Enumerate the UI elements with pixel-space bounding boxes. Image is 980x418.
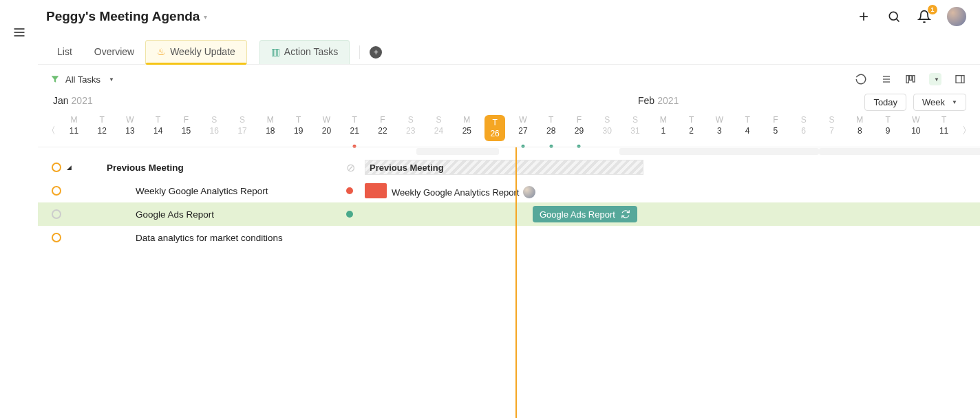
day-cell[interactable]: M18: [256, 115, 284, 147]
clock-icon: [52, 186, 61, 196]
status-dot-red[interactable]: [346, 187, 353, 194]
day-cell[interactable]: M1: [649, 115, 677, 147]
collapse-toggle[interactable]: ◢: [67, 164, 72, 171]
today-marker: [515, 147, 517, 418]
overflow-bar: [819, 148, 980, 155]
svg-rect-12: [913, 76, 915, 82]
day-cell[interactable]: F15: [172, 115, 200, 147]
tab-label: Action Tasks: [284, 46, 338, 57]
day-cell[interactable]: T2: [677, 115, 705, 147]
gantt-bar-previous-meeting[interactable]: Previous Meeting: [365, 160, 643, 175]
menu-toggle-button[interactable]: [12, 25, 27, 40]
tab-overview[interactable]: Overview: [83, 41, 145, 64]
chevron-down-icon: ▼: [934, 76, 939, 83]
task-row-weekly-ga[interactable]: Weekly Google Analytics Report Weekly Go…: [38, 179, 980, 202]
day-cell[interactable]: W20: [312, 115, 341, 147]
day-cell[interactable]: S31: [621, 115, 650, 147]
svg-point-5: [889, 12, 897, 20]
overflow-bar: [416, 148, 499, 155]
svg-line-6: [897, 19, 899, 22]
svg-rect-10: [906, 76, 908, 83]
month-label: Feb2021: [638, 95, 679, 106]
day-cell[interactable]: F5: [762, 115, 790, 147]
day-cell[interactable]: T14: [144, 115, 172, 147]
page-title: Peggy's Meeting Agenda: [46, 9, 200, 24]
day-cell[interactable]: S7: [818, 115, 846, 147]
day-cell[interactable]: T9: [874, 115, 902, 147]
chevron-down-icon: ▾: [204, 13, 207, 21]
clock-icon: [52, 233, 61, 242]
board-view-button[interactable]: [904, 73, 917, 85]
add-tab-button[interactable]: +: [370, 46, 382, 59]
task-label: Data analytics for market conditions: [107, 233, 283, 243]
day-cell[interactable]: S24: [425, 115, 453, 147]
day-cell[interactable]: T11: [930, 115, 958, 147]
day-cell[interactable]: T4: [734, 115, 762, 147]
undo-button[interactable]: [855, 73, 867, 85]
gantt-bar-weekly-ga[interactable]: [365, 183, 387, 198]
recurring-icon: [621, 209, 630, 219]
add-button[interactable]: [856, 9, 871, 24]
search-button[interactable]: [886, 9, 902, 24]
list-view-button[interactable]: [880, 73, 892, 85]
days-header: M11T12W13T14F15S16S17M18T19W20T21F22S23S…: [60, 115, 958, 147]
prev-week-button[interactable]: 〈: [42, 125, 60, 137]
day-cell[interactable]: M25: [453, 115, 481, 147]
day-cell[interactable]: M8: [846, 115, 874, 147]
next-week-button[interactable]: 〉: [958, 125, 976, 137]
timeline-view-button[interactable]: ▼: [929, 73, 941, 85]
tab-list[interactable]: List: [46, 41, 83, 64]
day-cell[interactable]: W27: [509, 115, 537, 147]
svg-rect-11: [910, 76, 912, 81]
task-label: Google Ads Report: [107, 209, 214, 220]
day-cell[interactable]: T28: [537, 115, 565, 147]
filter-label: All Tasks: [65, 74, 100, 85]
overflow-bar: [619, 148, 819, 155]
kanban-icon: ▥: [271, 46, 280, 57]
status-dot-teal[interactable]: [346, 211, 353, 218]
clock-icon: [52, 163, 61, 172]
filter-icon: [50, 74, 60, 84]
filter-dropdown[interactable]: All Tasks ▼: [50, 74, 114, 85]
day-cell[interactable]: M11: [60, 115, 88, 147]
day-cell[interactable]: T26: [481, 115, 509, 147]
day-cell[interactable]: S16: [200, 115, 228, 147]
day-cell[interactable]: T21: [341, 115, 369, 147]
user-avatar[interactable]: [947, 7, 966, 26]
flame-icon: ♨: [157, 46, 166, 57]
tab-label: Weekly Update: [170, 46, 235, 57]
notifications-button[interactable]: 1: [917, 9, 932, 24]
day-cell[interactable]: F29: [565, 115, 593, 147]
chevron-down-icon: ▼: [109, 76, 114, 83]
today-button[interactable]: Today: [864, 94, 906, 111]
day-cell[interactable]: T12: [88, 115, 116, 147]
day-cell[interactable]: S30: [593, 115, 621, 147]
tab-weekly-update[interactable]: ♨ Weekly Update: [145, 40, 247, 64]
day-cell[interactable]: F22: [369, 115, 397, 147]
task-row-google-ads[interactable]: Google Ads Report Google Ads Report: [38, 202, 980, 226]
gantt-bar-google-ads[interactable]: Google Ads Report: [533, 206, 637, 222]
day-cell[interactable]: T19: [284, 115, 312, 147]
month-label: Jan2021: [53, 95, 93, 106]
day-cell[interactable]: W13: [116, 115, 145, 147]
day-cell[interactable]: S17: [228, 115, 257, 147]
task-row-previous-meeting[interactable]: ◢ Previous Meeting ⊘ Previous Meeting: [38, 156, 980, 179]
task-label: Weekly Google Analytics Report: [107, 186, 268, 196]
clock-icon: [52, 209, 61, 219]
day-cell[interactable]: W3: [705, 115, 734, 147]
day-cell[interactable]: S6: [789, 115, 818, 147]
page-title-dropdown[interactable]: Peggy's Meeting Agenda ▾: [46, 9, 207, 24]
chevron-down-icon: ▼: [952, 99, 957, 105]
gantt-label: Weekly Google Analytics Report: [392, 186, 535, 198]
notification-badge: 1: [928, 5, 937, 14]
range-dropdown[interactable]: Week ▼: [913, 94, 966, 111]
panel-view-button[interactable]: [954, 73, 966, 85]
svg-rect-16: [956, 76, 964, 83]
assignee-avatar[interactable]: [523, 186, 535, 198]
no-status-icon: ⊘: [346, 161, 356, 174]
tab-action-tasks[interactable]: ▥ Action Tasks: [259, 40, 350, 64]
task-label: Previous Meeting: [107, 163, 184, 173]
task-row-market-conditions[interactable]: Data analytics for market conditions: [38, 226, 980, 249]
day-cell[interactable]: W10: [902, 115, 930, 147]
day-cell[interactable]: S23: [396, 115, 425, 147]
